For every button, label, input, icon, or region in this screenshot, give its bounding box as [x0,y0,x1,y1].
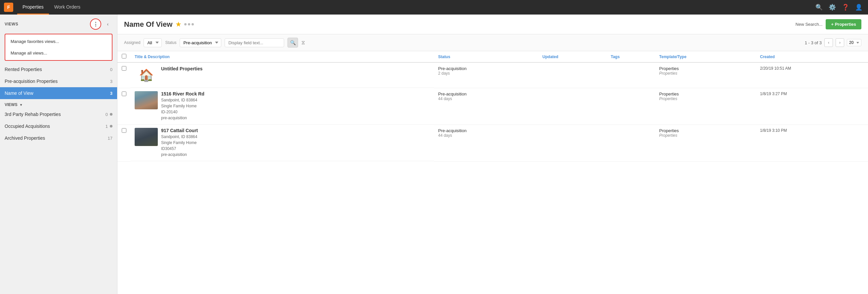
col-title-description: Title & Description [131,51,434,63]
sidebar-item-label: Rented Properties [5,67,42,72]
page-size-select[interactable]: 20 [847,39,861,46]
search-button[interactable]: 🔍 [287,38,298,47]
property-text-area: Untitled Properties [161,66,203,71]
row-created: 1/8/19 3:27 PM [756,88,868,124]
properties-table: Title & Description Status Updated Tags … [118,51,868,161]
nav-tab-work-orders[interactable]: Work Orders [49,0,86,14]
dot-2 [188,23,190,26]
sidebar-item-pre-acquisition[interactable]: Pre-acquisition Properties 3 [0,75,117,87]
property-details: Sandpoint, ID 83864 Single Family Home I… [161,134,198,157]
main-content: Name Of View ★ New Search... + Propertie… [118,14,868,294]
sidebar-item-label: 3rd Party Rehab Properties [5,112,61,117]
row-created: 2/20/19 10:51 AM [756,63,868,88]
manage-views-dropdown: Manage favorites views... Manage all vie… [5,34,113,61]
row-status: Pre-acquisition44 days [434,124,538,161]
nav-right-icons: 🔍 ⚙️ ❓ 👤 [814,2,864,12]
table-row: 1516 River Rock RdSandpoint, ID 83864 Si… [118,88,868,124]
sidebar-item-count: 17 [108,136,113,141]
manage-favorites-item[interactable]: Manage favorites views... [5,36,112,47]
main-layout: VIEWS ⋮ ‹ Manage favorites views... Mana… [0,14,868,294]
sidebar-item-3rd-party[interactable]: 3rd Party Rehab Properties 0 [0,108,117,120]
display-field-search-input[interactable] [225,38,284,47]
table-row: 917 Cattail CourtSandpoint, ID 83864 Sin… [118,124,868,161]
row-checkbox[interactable] [122,66,126,71]
assigned-filter-label: Assigned [124,40,140,45]
top-navigation: F Properties Work Orders 🔍 ⚙️ ❓ 👤 [0,0,868,14]
pagination-text: 1 - 3 of 3 [805,40,822,45]
pagination-prev-button[interactable]: ‹ [824,38,833,47]
nav-tab-properties[interactable]: Properties [17,0,49,14]
row-updated [538,88,607,124]
filter-bar: Assigned All Status Pre-acquisition 🔍 ⧖ … [118,34,868,51]
sidebar-item-archived-properties[interactable]: Archived Properties 17 [0,132,117,144]
row-checkbox-cell [118,63,131,88]
dot-indicator [110,113,113,116]
row-created: 1/8/19 3:10 PM [756,124,868,161]
sidebar-item-label: Name of View [5,90,33,96]
sidebar-header-actions: ⋮ ‹ [90,19,113,30]
search-icon[interactable]: 🔍 [814,2,824,12]
row-title-description: 🏠Untitled Properties [131,63,434,88]
sidebar-item-count: 1 [105,124,108,129]
pagination-next-button[interactable]: › [836,38,844,47]
sidebar-item-occupied-acquisitions[interactable]: Occupied Acquisitions 1 [0,120,117,132]
views-label: VIEWS [5,22,18,27]
table-row: 🏠Untitled PropertiesPre-acquisition2 day… [118,63,868,88]
sidebar-item-count: 0 [110,67,113,72]
sidebar: VIEWS ⋮ ‹ Manage favorites views... Mana… [0,14,118,294]
content-header: Name Of View ★ New Search... + Propertie… [118,14,868,34]
col-created: Created [756,51,868,63]
row-checkbox-cell [118,88,131,124]
row-template: PropertiesProperties [655,124,756,161]
row-title-description: 1516 River Rock RdSandpoint, ID 83864 Si… [131,88,434,124]
row-template: PropertiesProperties [655,63,756,88]
filter-funnel-button[interactable]: ⧖ [301,40,305,46]
user-icon[interactable]: 👤 [854,2,864,12]
property-name[interactable]: 917 Cattail Court [161,128,198,133]
more-options-button[interactable]: ⋮ [90,19,101,30]
col-tags: Tags [607,51,655,63]
row-updated [538,124,607,161]
property-text-area: 917 Cattail CourtSandpoint, ID 83864 Sin… [161,128,198,157]
property-text-area: 1516 River Rock RdSandpoint, ID 83864 Si… [161,91,205,121]
sidebar-item-count: 0 [105,112,108,117]
property-thumbnail [135,91,158,109]
sidebar-item-rented-properties[interactable]: Rented Properties 0 [0,64,117,75]
manage-all-views-item[interactable]: Manage all views... [5,47,112,59]
help-icon[interactable]: ❓ [840,2,851,12]
row-checkbox-cell [118,124,131,161]
title-more-menu[interactable] [184,23,194,26]
select-all-header [118,51,131,63]
status-filter-label: Status [165,40,176,45]
settings-icon[interactable]: ⚙️ [827,2,838,12]
row-checkbox[interactable] [122,91,126,96]
sidebar-item-name-of-view[interactable]: Name of View 3 [0,87,117,99]
page-title: Name Of View [124,20,172,29]
row-checkbox[interactable] [122,128,126,133]
sidebar-item-label: Occupied Acquisitions [5,123,50,129]
select-all-checkbox[interactable] [122,54,126,59]
dot-3 [191,23,194,26]
sidebar-section-2-header[interactable]: VIEWS ▼ [0,99,117,108]
col-status: Status [434,51,538,63]
sidebar-section-label: VIEWS [5,102,18,107]
property-thumbnail: 🏠 [135,66,158,84]
collapse-sidebar-button[interactable]: ‹ [103,20,113,29]
property-name[interactable]: 1516 River Rock Rd [161,91,205,97]
row-status: Pre-acquisition2 days [434,63,538,88]
property-details: Sandpoint, ID 83864 Single Family Home I… [161,97,205,121]
row-tags [607,124,655,161]
new-search-button[interactable]: New Search... [796,22,823,27]
row-tags [607,63,655,88]
status-filter-select[interactable]: Pre-acquisition [180,38,221,47]
assigned-filter-select[interactable]: All [144,38,162,47]
row-tags [607,88,655,124]
property-name[interactable]: Untitled Properties [161,66,203,71]
favorite-star-icon[interactable]: ★ [176,21,181,28]
sidebar-item-label: Archived Properties [5,136,45,141]
dot-indicator [110,125,113,127]
app-logo: F [4,3,13,12]
header-right: New Search... + Properties [796,19,861,29]
add-properties-button[interactable]: + Properties [826,19,861,29]
pagination-area: 1 - 3 of 3 ‹ › 20 [805,38,861,47]
